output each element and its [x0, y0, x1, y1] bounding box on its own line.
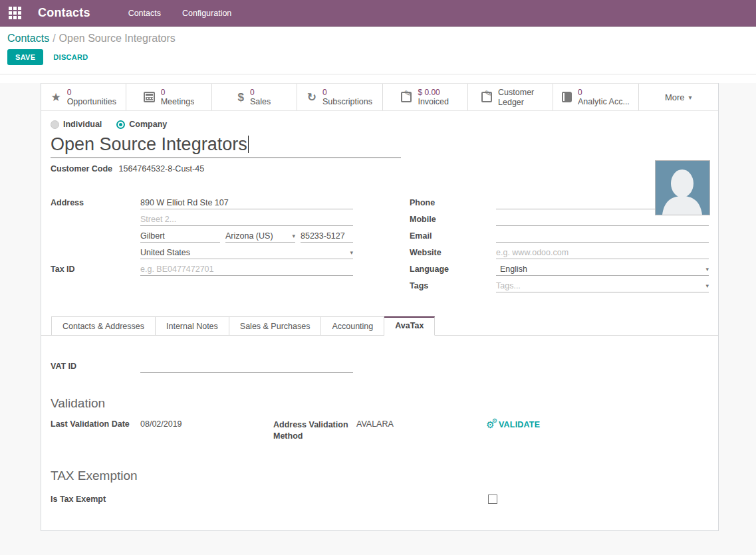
country-select[interactable]: United States ▾: [140, 246, 353, 259]
website-input[interactable]: [496, 246, 709, 259]
apps-grid-icon[interactable]: [9, 7, 21, 19]
language-label: Language: [410, 265, 496, 274]
stat-button-subscriptions[interactable]: ↻ 0 Subscriptions: [297, 84, 382, 110]
tax-exemption-section-title: TAX Exemption: [51, 469, 709, 483]
tab-sales-purchases[interactable]: Sales & Purchases: [229, 316, 322, 336]
vat-id-input[interactable]: [140, 360, 353, 373]
last-validation-date-label: Last Validation Date: [51, 419, 140, 429]
breadcrumb: Contacts/Open Source Integrators: [7, 33, 756, 45]
is-tax-exempt-label: Is Tax Exempt: [51, 495, 488, 504]
individual-radio[interactable]: [51, 120, 59, 129]
partner-name-input[interactable]: Open Source Integrators: [51, 134, 401, 158]
email-input[interactable]: [496, 229, 709, 243]
stat-button-customer-ledger[interactable]: Customer Ledger: [468, 84, 553, 110]
state-select[interactable]: Arizona (US) ▾: [225, 229, 295, 243]
validate-button[interactable]: ⚙⚙ VALIDATE: [486, 419, 540, 430]
discard-button[interactable]: DISCARD: [53, 53, 88, 61]
vat-id-label: VAT ID: [51, 362, 140, 371]
email-label: Email: [410, 231, 496, 241]
calendar-icon: [144, 92, 155, 102]
pencil-square-icon: [401, 92, 412, 102]
customer-code-value: 1564764532-8-Cust-45: [119, 164, 205, 173]
menu-contacts[interactable]: Contacts: [120, 5, 169, 21]
control-panel: Contacts/Open Source Integrators SAVE DI…: [0, 27, 756, 74]
company-radio[interactable]: [116, 120, 125, 129]
star-icon: ★: [51, 92, 61, 103]
notebook-tabs: Contacts & Addresses Internal Notes Sale…: [41, 316, 718, 336]
breadcrumb-parent[interactable]: Contacts: [7, 33, 49, 44]
app-title: Contacts: [38, 6, 90, 20]
book-icon: [562, 92, 572, 102]
tab-accounting[interactable]: Accounting: [321, 316, 384, 336]
form-view-background: ★ 0 Opportunities 0 Meetings $ 0 Sales: [0, 83, 756, 555]
tab-contacts-addresses[interactable]: Contacts & Addresses: [51, 316, 156, 336]
individual-radio-label[interactable]: Individual: [63, 120, 102, 129]
navbar-menu: Contacts Configuration: [120, 5, 240, 21]
left-field-column: Address Arizona (US) ▾: [51, 194, 380, 294]
customer-code-label: Customer Code: [51, 164, 112, 173]
tab-avatax[interactable]: AvaTax: [384, 316, 435, 336]
tax-id-label: Tax ID: [51, 265, 140, 274]
partner-photo[interactable]: [655, 160, 710, 215]
street2-input[interactable]: [140, 213, 353, 226]
website-label: Website: [410, 248, 496, 257]
tags-select[interactable]: Tags... ▾: [496, 279, 709, 292]
save-button[interactable]: SAVE: [7, 49, 43, 65]
breadcrumb-current: Open Source Integrators: [59, 33, 176, 44]
chevron-down-icon: ▾: [350, 249, 353, 256]
company-type-selector: Individual Company: [51, 120, 709, 129]
mobile-label: Mobile: [410, 215, 496, 224]
chevron-down-icon: ▾: [689, 94, 692, 101]
text-cursor: [248, 136, 249, 153]
city-input[interactable]: [140, 229, 220, 243]
breadcrumb-separator: /: [49, 33, 59, 44]
language-select[interactable]: English ▾: [496, 263, 709, 276]
tags-label: Tags: [410, 281, 496, 290]
is-tax-exempt-checkbox[interactable]: [488, 495, 497, 504]
company-radio-label[interactable]: Company: [129, 120, 167, 129]
stat-button-meetings[interactable]: 0 Meetings: [126, 84, 211, 110]
avatar-silhouette-image: [656, 161, 709, 215]
address-label: Address: [51, 198, 140, 207]
last-validation-date-value: 08/02/2019: [140, 419, 273, 429]
avatax-tab-pane: VAT ID Validation Last Validation Date 0…: [41, 336, 718, 504]
refresh-icon: ↻: [307, 92, 316, 103]
zip-input[interactable]: [301, 229, 353, 243]
stat-button-analytic-accounts[interactable]: 0 Analytic Acc...: [553, 84, 638, 110]
chevron-down-icon: ▾: [705, 282, 709, 289]
chevron-down-icon: ▾: [292, 233, 295, 239]
validation-section-title: Validation: [51, 396, 709, 411]
stat-button-box: ★ 0 Opportunities 0 Meetings $ 0 Sales: [41, 83, 718, 111]
stat-button-invoiced[interactable]: $ 0.00 Invoiced: [383, 84, 468, 110]
phone-label: Phone: [410, 198, 496, 207]
menu-configuration[interactable]: Configuration: [174, 5, 239, 21]
address-validation-method-value: AVALARA: [356, 419, 486, 429]
tax-id-input[interactable]: [140, 263, 353, 276]
chevron-down-icon: ▾: [705, 266, 709, 273]
pencil-square-icon: [481, 92, 492, 102]
address-validation-method-label: Address Validation Method: [273, 419, 356, 442]
top-navbar: Contacts Contacts Configuration: [0, 0, 756, 27]
more-button[interactable]: More ▾: [639, 84, 718, 110]
street-input[interactable]: [140, 196, 353, 209]
form-sheet: ★ 0 Opportunities 0 Meetings $ 0 Sales: [41, 83, 719, 531]
stat-button-sales[interactable]: $ 0 Sales: [212, 84, 297, 110]
dollar-icon: $: [238, 92, 244, 103]
tab-internal-notes[interactable]: Internal Notes: [156, 316, 229, 336]
stat-button-opportunities[interactable]: ★ 0 Opportunities: [41, 84, 126, 110]
cogs-icon: ⚙⚙: [486, 419, 498, 430]
